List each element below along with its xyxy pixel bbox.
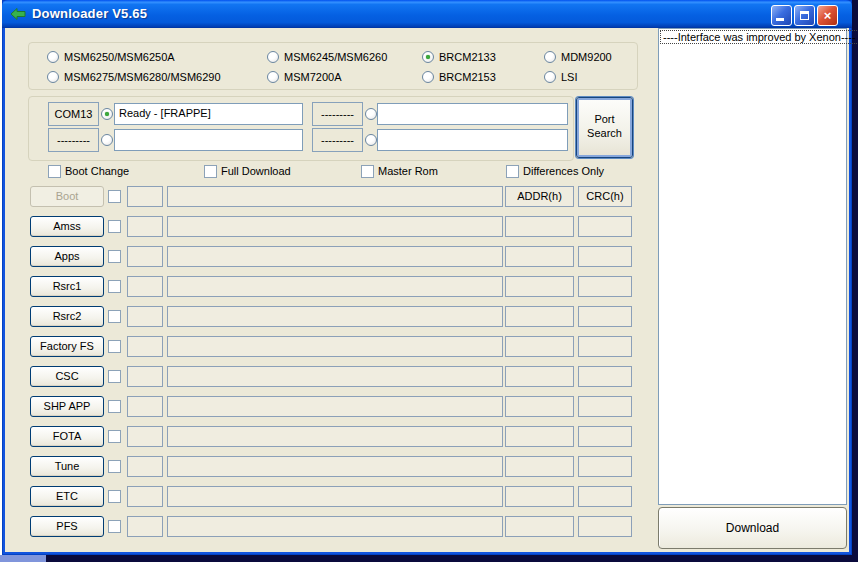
flash-row-file-cell bbox=[167, 246, 503, 267]
flash-row-checkbox[interactable] bbox=[108, 400, 121, 413]
flash-row-file-cell bbox=[167, 396, 503, 417]
flash-row-checkbox[interactable] bbox=[108, 340, 121, 353]
flash-row-button-amss[interactable]: Amss bbox=[30, 216, 104, 237]
flash-row-addr-cell bbox=[505, 456, 574, 477]
checkbox-icon[interactable] bbox=[48, 165, 61, 178]
flash-row-button-boot: Boot bbox=[30, 186, 104, 207]
flash-row-button-factory-fs[interactable]: Factory FS bbox=[30, 336, 104, 357]
flash-row-button-csc[interactable]: CSC bbox=[30, 366, 104, 387]
flash-row-addr-cell bbox=[505, 486, 574, 507]
flash-row-file-cell bbox=[167, 456, 503, 477]
log-list-item[interactable]: ----Interface was improved by Xenon---- bbox=[660, 30, 858, 44]
radio-icon[interactable] bbox=[267, 51, 279, 63]
radio-icon[interactable] bbox=[422, 71, 434, 83]
flash-row-file-cell bbox=[167, 186, 503, 207]
port-select-button[interactable]: --------- bbox=[48, 128, 99, 152]
maximize-icon bbox=[800, 11, 809, 20]
minimize-button[interactable] bbox=[771, 5, 792, 26]
flash-row-crc-cell bbox=[578, 426, 632, 447]
option-checkbox-label: Boot Change bbox=[65, 165, 129, 177]
flash-row-file-cell bbox=[167, 276, 503, 297]
chipset-option-label: MSM6250/MSM6250A bbox=[64, 51, 175, 63]
flash-row-addr-cell bbox=[505, 516, 574, 537]
addr-header-cell: ADDR(h) bbox=[505, 186, 574, 207]
option-checkbox-label: Differences Only bbox=[523, 165, 604, 177]
flash-row-file-cell bbox=[167, 426, 503, 447]
flash-row-button-rsrc2[interactable]: Rsrc2 bbox=[30, 306, 104, 327]
flash-row-button-rsrc1[interactable]: Rsrc1 bbox=[30, 276, 104, 297]
radio-icon[interactable] bbox=[544, 51, 556, 63]
chipset-option-label: MSM7200A bbox=[284, 71, 341, 83]
flash-row-crc-cell bbox=[578, 306, 632, 327]
flash-row-button-pfs[interactable]: PFS bbox=[30, 516, 104, 537]
radio-icon[interactable] bbox=[544, 71, 556, 83]
radio-icon[interactable] bbox=[47, 71, 59, 83]
port-select-button[interactable]: --------- bbox=[312, 102, 363, 126]
chipset-option-label: BRCM2153 bbox=[439, 71, 496, 83]
flash-row-checkbox[interactable] bbox=[108, 490, 121, 503]
taskbar-strip bbox=[0, 555, 858, 562]
flash-row-index-cell bbox=[127, 456, 163, 477]
minimize-icon bbox=[776, 18, 784, 21]
port-status-field[interactable] bbox=[377, 129, 568, 151]
flash-row-checkbox[interactable] bbox=[108, 520, 121, 533]
flash-row-index-cell bbox=[127, 336, 163, 357]
flash-row-crc-cell bbox=[578, 396, 632, 417]
flash-row-addr-cell bbox=[505, 306, 574, 327]
flash-row-addr-cell bbox=[505, 426, 574, 447]
crc-header-cell: CRC(h) bbox=[578, 186, 632, 207]
close-icon: × bbox=[824, 8, 832, 23]
flash-row-addr-cell bbox=[505, 336, 574, 357]
flash-row-checkbox[interactable] bbox=[108, 250, 121, 263]
flash-row-checkbox[interactable] bbox=[108, 430, 121, 443]
log-listbox[interactable]: ----Interface was improved by Xenon---- bbox=[658, 28, 847, 505]
close-button[interactable]: × bbox=[817, 5, 838, 26]
flash-row-checkbox[interactable] bbox=[108, 460, 121, 473]
flash-row-index-cell bbox=[127, 246, 163, 267]
flash-row-button-tune[interactable]: Tune bbox=[30, 456, 104, 477]
port-status-field[interactable]: Ready - [FRAPPE] bbox=[114, 103, 303, 125]
flash-row-crc-cell bbox=[578, 276, 632, 297]
port-radio[interactable] bbox=[365, 134, 377, 146]
radio-icon[interactable] bbox=[267, 71, 279, 83]
port-radio[interactable] bbox=[101, 134, 113, 146]
flash-row-checkbox[interactable] bbox=[108, 220, 121, 233]
port-status-field[interactable] bbox=[114, 129, 303, 151]
port-radio[interactable] bbox=[365, 108, 377, 120]
flash-row-checkbox[interactable] bbox=[108, 280, 121, 293]
flash-row-addr-cell bbox=[505, 216, 574, 237]
chipset-option-label: BRCM2133 bbox=[439, 51, 496, 63]
maximize-button[interactable] bbox=[794, 5, 815, 26]
app-window: Downloader V5.65 × Port Search ----Inter… bbox=[2, 0, 852, 555]
port-search-button[interactable]: Port Search bbox=[576, 97, 633, 158]
flash-row-addr-cell bbox=[505, 366, 574, 387]
flash-row-button-shp-app[interactable]: SHP APP bbox=[30, 396, 104, 417]
port-select-button[interactable]: COM13 bbox=[48, 102, 99, 126]
chipset-option-label: MSM6275/MSM6280/MSM6290 bbox=[64, 71, 221, 83]
port-status-field[interactable] bbox=[377, 103, 568, 125]
flash-row-file-cell bbox=[167, 486, 503, 507]
radio-icon[interactable] bbox=[422, 51, 434, 63]
download-button[interactable]: Download bbox=[658, 507, 847, 549]
checkbox-icon[interactable] bbox=[506, 165, 519, 178]
checkbox-icon[interactable] bbox=[204, 165, 217, 178]
flash-row-crc-cell bbox=[578, 246, 632, 267]
flash-row-button-apps[interactable]: Apps bbox=[30, 246, 104, 267]
flash-row-checkbox[interactable] bbox=[108, 190, 121, 203]
port-select-button[interactable]: --------- bbox=[312, 128, 363, 152]
app-icon bbox=[10, 6, 26, 22]
port-radio[interactable] bbox=[101, 108, 113, 120]
flash-row-addr-cell bbox=[505, 246, 574, 267]
flash-row-checkbox[interactable] bbox=[108, 370, 121, 383]
flash-row-addr-cell bbox=[505, 276, 574, 297]
flash-row-button-etc[interactable]: ETC bbox=[30, 486, 104, 507]
flash-row-button-fota[interactable]: FOTA bbox=[30, 426, 104, 447]
flash-row-crc-cell bbox=[578, 486, 632, 507]
flash-row-crc-cell bbox=[578, 516, 632, 537]
option-checkbox-label: Full Download bbox=[221, 165, 291, 177]
radio-icon[interactable] bbox=[47, 51, 59, 63]
flash-row-crc-cell bbox=[578, 366, 632, 387]
flash-row-index-cell bbox=[127, 396, 163, 417]
checkbox-icon[interactable] bbox=[361, 165, 374, 178]
flash-row-checkbox[interactable] bbox=[108, 310, 121, 323]
